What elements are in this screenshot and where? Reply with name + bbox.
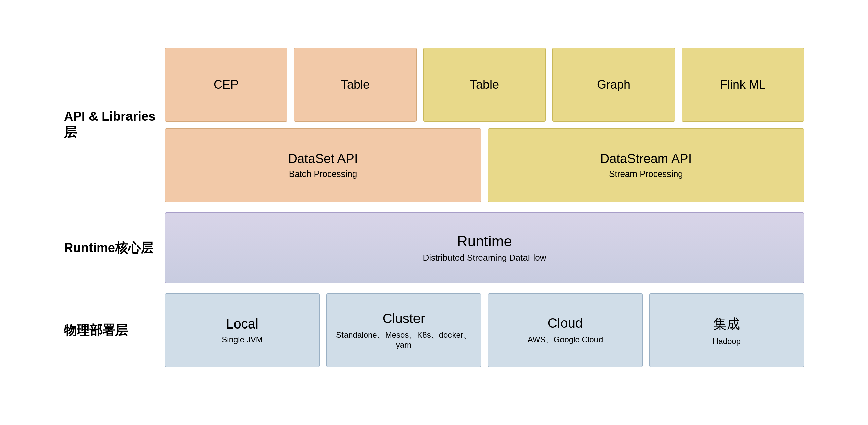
datastream-api-box: DataStream API Stream Processing — [488, 128, 804, 202]
dataset-api-box: DataSet API Batch Processing — [165, 128, 481, 202]
deploy-row: 物理部署层 Local Single JVM Cluster Standalon… — [64, 293, 804, 367]
runtime-label: Runtime核心层 — [64, 239, 165, 257]
jicheng-box: 集成 Hadoop — [649, 293, 804, 367]
local-title: Local — [226, 317, 258, 331]
cloud-title: Cloud — [548, 316, 583, 331]
cloud-box: Cloud AWS、Google Cloud — [488, 293, 643, 367]
dataset-api-title: DataSet API — [288, 152, 358, 166]
api-libraries-content: CEP Table Table Graph Flink ML DataSet A… — [165, 48, 804, 202]
cluster-title: Cluster — [382, 311, 425, 326]
api-libraries-row: API & Libraries层 CEP Table Table Graph F… — [64, 48, 804, 202]
architecture-diagram: API & Libraries层 CEP Table Table Graph F… — [64, 48, 804, 377]
local-box: Local Single JVM — [165, 293, 320, 367]
datastream-api-title: DataStream API — [600, 152, 692, 166]
api-libraries-label: API & Libraries层 — [64, 109, 165, 141]
cep-box: CEP — [165, 48, 287, 122]
bottom-api-row: DataSet API Batch Processing DataStream … — [165, 128, 804, 202]
cloud-sub: AWS、Google Cloud — [528, 334, 603, 345]
table1-box: Table — [294, 48, 416, 122]
datastream-api-sub: Stream Processing — [609, 169, 683, 179]
runtime-row: Runtime核心层 Runtime Distributed Streaming… — [64, 212, 804, 283]
jicheng-sub: Hadoop — [713, 336, 741, 346]
flinkml-box: Flink ML — [682, 48, 804, 122]
graph-box: Graph — [552, 48, 675, 122]
runtime-box: Runtime Distributed Streaming DataFlow — [165, 212, 804, 283]
jicheng-title: 集成 — [713, 315, 740, 333]
deploy-content: Local Single JVM Cluster Standalone、Meso… — [165, 293, 804, 367]
runtime-sub: Distributed Streaming DataFlow — [423, 253, 546, 263]
top-boxes-row: CEP Table Table Graph Flink ML — [165, 48, 804, 122]
runtime-content: Runtime Distributed Streaming DataFlow — [165, 212, 804, 283]
cluster-box: Cluster Standalone、Mesos、K8s、docker、yarn — [326, 293, 481, 367]
deploy-label: 物理部署层 — [64, 322, 165, 339]
runtime-title: Runtime — [457, 233, 512, 250]
local-sub: Single JVM — [222, 335, 262, 344]
dataset-api-sub: Batch Processing — [289, 169, 357, 179]
cluster-sub: Standalone、Mesos、K8s、docker、yarn — [333, 329, 474, 350]
table2-box: Table — [423, 48, 546, 122]
